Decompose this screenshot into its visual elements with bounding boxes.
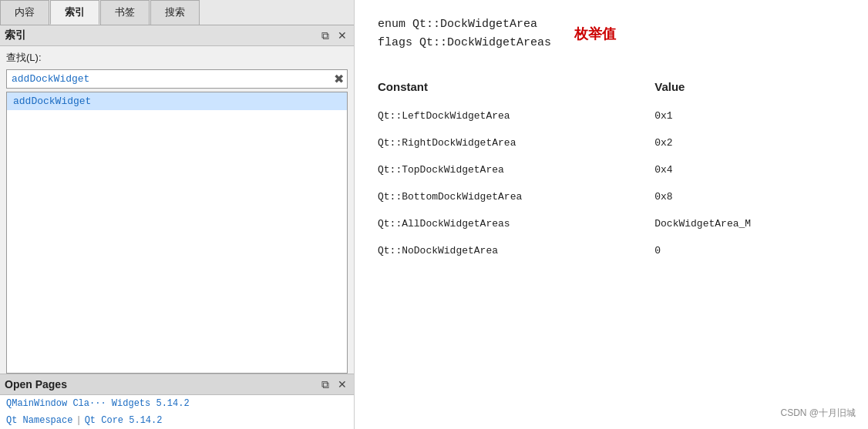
results-list: addDockWidget (6, 92, 348, 374)
index-section: 索引 ⧉ ✕ 查找(L): ✖ addDockWidget (0, 25, 354, 374)
left-panel: 内容 索引 书签 搜索 索引 ⧉ ✕ 查找(L): ✖ addDockWidge… (0, 0, 355, 429)
open-page-link-1[interactable]: QMainWindow Cla··· (6, 398, 106, 409)
doc-line-1: enum Qt::DockWidgetArea (378, 15, 551, 34)
open-page-link-3[interactable]: Qt Namespace (6, 415, 72, 426)
right-panel: enum Qt::DockWidgetArea flags Qt::DockWi… (355, 0, 868, 429)
list-item[interactable]: QMainWindow Cla··· Widgets 5.14.2 (0, 395, 354, 412)
constant-cell: Qt::NoDockWidgetArea (378, 237, 654, 264)
open-page-link-4[interactable]: Qt Core 5.14.2 (85, 415, 163, 426)
constant-cell: Qt::BottomDockWidgetArea (378, 183, 654, 210)
constant-cell: Qt::LeftDockWidgetArea (378, 102, 654, 129)
open-pages-section: Open Pages ⧉ ✕ QMainWindow Cla··· Widget… (0, 374, 354, 429)
value-cell: 0x1 (654, 102, 845, 129)
open-pages-restore-icon[interactable]: ⧉ (318, 377, 332, 391)
open-pages-close-icon[interactable]: ✕ (335, 377, 349, 391)
open-page-separator (106, 398, 112, 409)
value-cell: 0x4 (654, 156, 845, 183)
header-icons: ⧉ ✕ (318, 28, 349, 42)
table-row: Qt::RightDockWidgetArea0x2 (378, 129, 845, 156)
col-header-value: Value (654, 75, 845, 102)
value-cell: 0x8 (654, 183, 845, 210)
watermark: CSDN @十月旧城 (780, 407, 856, 420)
index-section-header: 索引 ⧉ ✕ (0, 25, 354, 46)
table-row: Qt::BottomDockWidgetArea0x8 (378, 183, 845, 210)
search-box: ✖ (6, 69, 348, 89)
list-item[interactable]: Qt Namespace|Qt Core 5.14.2 (0, 412, 354, 429)
open-pages-list: QMainWindow Cla··· Widgets 5.14.2 Qt Nam… (0, 395, 354, 429)
open-pages-header: Open Pages ⧉ ✕ (0, 374, 354, 395)
doc-table: Constant Value Qt::LeftDockWidgetArea0x1… (378, 75, 845, 264)
index-title: 索引 (5, 28, 26, 42)
doc-line-2: flags Qt::DockWidgetAreas (378, 34, 551, 52)
open-pages-title: Open Pages (5, 378, 67, 390)
constant-cell: Qt::AllDockWidgetAreas (378, 210, 654, 237)
constant-cell: Qt::TopDockWidgetArea (378, 156, 654, 183)
table-row: Qt::TopDockWidgetArea0x4 (378, 156, 845, 183)
tab-bar: 内容 索引 书签 搜索 (0, 0, 354, 25)
tab-content[interactable]: 内容 (0, 0, 49, 25)
tab-index[interactable]: 索引 (50, 0, 99, 25)
list-item[interactable]: addDockWidget (7, 92, 347, 110)
search-input[interactable] (7, 70, 330, 88)
table-row: Qt::NoDockWidgetArea0 (378, 237, 845, 264)
find-label: 查找(L): (0, 46, 354, 66)
clear-search-button[interactable]: ✖ (330, 71, 347, 88)
tab-bookmarks[interactable]: 书签 (100, 0, 150, 25)
close-icon[interactable]: ✕ (335, 28, 349, 42)
enum-label: 枚举值 (574, 25, 616, 43)
restore-icon[interactable]: ⧉ (318, 28, 332, 42)
tab-search[interactable]: 搜索 (150, 0, 200, 25)
value-cell: 0 (654, 237, 845, 264)
open-page-link-2[interactable]: Widgets 5.14.2 (112, 398, 190, 409)
enum-heading: enum Qt::DockWidgetArea flags Qt::DockWi… (378, 15, 845, 52)
table-row: Qt::AllDockWidgetAreasDockWidgetArea_M (378, 210, 845, 237)
table-row: Qt::LeftDockWidgetArea0x1 (378, 102, 845, 129)
open-pages-header-icons: ⧉ ✕ (318, 377, 349, 391)
value-cell: 0x2 (654, 129, 845, 156)
doc-title-lines: enum Qt::DockWidgetArea flags Qt::DockWi… (378, 15, 551, 52)
open-page-separator-2: | (76, 415, 81, 426)
col-header-constant: Constant (378, 75, 654, 102)
constant-cell: Qt::RightDockWidgetArea (378, 129, 654, 156)
value-cell: DockWidgetArea_M (654, 210, 845, 237)
